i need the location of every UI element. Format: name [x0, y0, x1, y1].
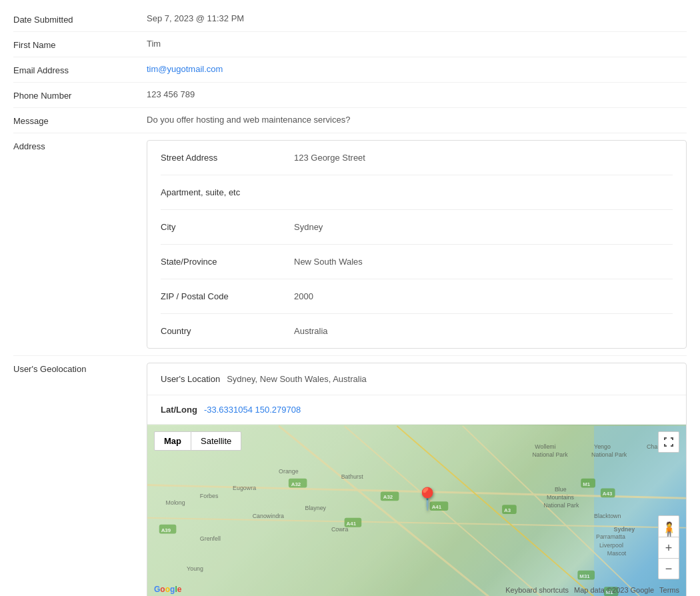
map-footer: Keyboard shortcuts Map data ©2023 Google… — [505, 586, 679, 594]
state-value: New South Wales — [294, 257, 673, 267]
svg-text:Mountains: Mountains — [547, 494, 574, 501]
phone-label: Phone Number — [13, 89, 147, 101]
svg-text:Blue: Blue — [555, 486, 567, 493]
page-container: Date Submitted Sep 7, 2023 @ 11:32 PM Fi… — [0, 0, 700, 596]
google-logo-o1: o — [160, 585, 165, 594]
map-type-controls: Map Satellite — [154, 431, 241, 451]
svg-text:Sydney: Sydney — [614, 526, 635, 533]
map-pin: 📍 — [414, 486, 441, 511]
google-logo-o2: o — [165, 585, 170, 594]
geo-box: User's Location Sydney, New South Wales,… — [147, 363, 687, 596]
street-address-row: Street Address 123 George Street — [161, 141, 673, 175]
email-link[interactable]: tim@yugotmail.com — [147, 64, 223, 74]
zip-label: ZIP / Postal Code — [161, 291, 294, 301]
date-label: Date Submitted — [13, 13, 147, 25]
svg-text:M1: M1 — [583, 481, 591, 487]
message-label: Message — [13, 115, 147, 126]
user-location-value: Sydney, New South Wales, Australia — [227, 374, 367, 384]
svg-text:Orange: Orange — [279, 468, 299, 475]
keyboard-shortcuts-link[interactable]: Keyboard shortcuts — [505, 586, 569, 594]
terms-link[interactable]: Terms — [659, 586, 679, 594]
map-type-satellite-button[interactable]: Satellite — [191, 431, 241, 451]
svg-text:National Park: National Park — [532, 451, 568, 458]
geolocation-label: User's Geolocation — [13, 363, 147, 374]
svg-text:Canowindra: Canowindra — [253, 513, 284, 519]
firstname-row: First Name Tim — [13, 32, 687, 57]
state-row: State/Province New South Wales — [161, 245, 673, 279]
apt-label: Apartment, suite, etc — [161, 187, 294, 197]
email-label: Email Address — [13, 64, 147, 75]
city-value: Sydney — [294, 222, 673, 232]
map-zoom-controls: + − — [658, 537, 679, 579]
street-label: Street Address — [161, 153, 294, 163]
geolocation-box-container: User's Location Sydney, New South Wales,… — [147, 363, 687, 596]
city-row: City Sydney — [161, 210, 673, 245]
svg-text:A32: A32 — [291, 481, 301, 487]
firstname-label: First Name — [13, 39, 147, 50]
date-value: Sep 7, 2023 @ 11:32 PM — [147, 13, 687, 23]
svg-text:Grenfell: Grenfell — [200, 535, 221, 542]
geolocation-row: User's Geolocation User's Location Sydne… — [13, 356, 687, 596]
map-type-map-button[interactable]: Map — [154, 431, 191, 451]
svg-text:Parramatta: Parramatta — [596, 533, 625, 540]
user-location-label: User's Location — [161, 374, 220, 384]
google-logo-g: G — [154, 585, 160, 594]
svg-text:Forbes: Forbes — [200, 493, 219, 499]
svg-text:National Park: National Park — [591, 451, 627, 458]
phone-value: 123 456 789 — [147, 89, 687, 99]
apt-row: Apartment, suite, etc — [161, 175, 673, 210]
user-location-row: User's Location Sydney, New South Wales,… — [147, 363, 686, 395]
fullscreen-icon — [663, 437, 674, 447]
svg-text:Wollemi: Wollemi — [535, 443, 555, 450]
email-value: tim@yugotmail.com — [147, 64, 687, 74]
svg-text:A43: A43 — [603, 491, 613, 497]
svg-rect-1 — [147, 426, 594, 596]
map-background: Forbes Eugowra Orange Bathurst Canowindr… — [147, 425, 686, 596]
svg-text:Molong: Molong — [166, 499, 185, 506]
latlong-link[interactable]: -33.6331054 150.279708 — [204, 405, 301, 415]
svg-text:Blacktown: Blacktown — [594, 513, 621, 519]
map-container: Forbes Eugowra Orange Bathurst Canowindr… — [147, 425, 686, 596]
map-fullscreen-button[interactable] — [658, 431, 679, 453]
map-zoom-in-button[interactable]: + — [658, 537, 679, 558]
svg-text:Liverpool: Liverpool — [599, 542, 623, 549]
google-logo-e: e — [177, 585, 182, 594]
address-box-container: Street Address 123 George Street Apartme… — [147, 140, 687, 349]
message-value: Do you offer hosting and web maintenance… — [147, 115, 687, 125]
svg-text:A41: A41 — [347, 521, 357, 527]
svg-text:A3: A3 — [504, 507, 511, 513]
state-label: State/Province — [161, 257, 294, 267]
date-submitted-row: Date Submitted Sep 7, 2023 @ 11:32 PM — [13, 7, 687, 32]
zip-row: ZIP / Postal Code 2000 — [161, 279, 673, 314]
country-value: Australia — [294, 326, 673, 336]
message-row: Message Do you offer hosting and web mai… — [13, 108, 687, 133]
svg-text:National Park: National Park — [543, 502, 579, 509]
google-logo: Google — [154, 585, 181, 594]
zip-value: 2000 — [294, 291, 673, 301]
address-row: Address Street Address 123 George Street… — [13, 133, 687, 356]
email-row: Email Address tim@yugotmail.com — [13, 57, 687, 83]
firstname-value: Tim — [147, 39, 687, 49]
phone-row: Phone Number 123 456 789 — [13, 83, 687, 108]
svg-text:Blayney: Blayney — [305, 505, 326, 511]
svg-text:A39: A39 — [161, 527, 171, 533]
svg-text:Young: Young — [187, 565, 203, 572]
country-label: Country — [161, 326, 294, 336]
svg-text:A32: A32 — [383, 494, 393, 500]
latlong-label: Lat/Long — [161, 405, 197, 415]
country-row: Country Australia — [161, 314, 673, 348]
city-label: City — [161, 222, 294, 232]
svg-text:Eugowra: Eugowra — [233, 485, 256, 491]
map-data-text: Map data ©2023 Google — [574, 586, 654, 594]
address-label: Address — [13, 140, 147, 151]
latlong-value: -33.6331054 150.279708 — [204, 405, 301, 415]
address-box: Street Address 123 George Street Apartme… — [147, 140, 687, 349]
svg-text:Bathurst: Bathurst — [341, 473, 364, 480]
svg-text:Mascot: Mascot — [607, 550, 627, 557]
svg-text:Yengo: Yengo — [594, 443, 611, 450]
street-value: 123 George Street — [294, 153, 673, 163]
map-zoom-out-button[interactable]: − — [658, 558, 679, 579]
latlong-row: Lat/Long -33.6331054 150.279708 — [147, 395, 686, 425]
svg-text:M31: M31 — [579, 573, 590, 579]
